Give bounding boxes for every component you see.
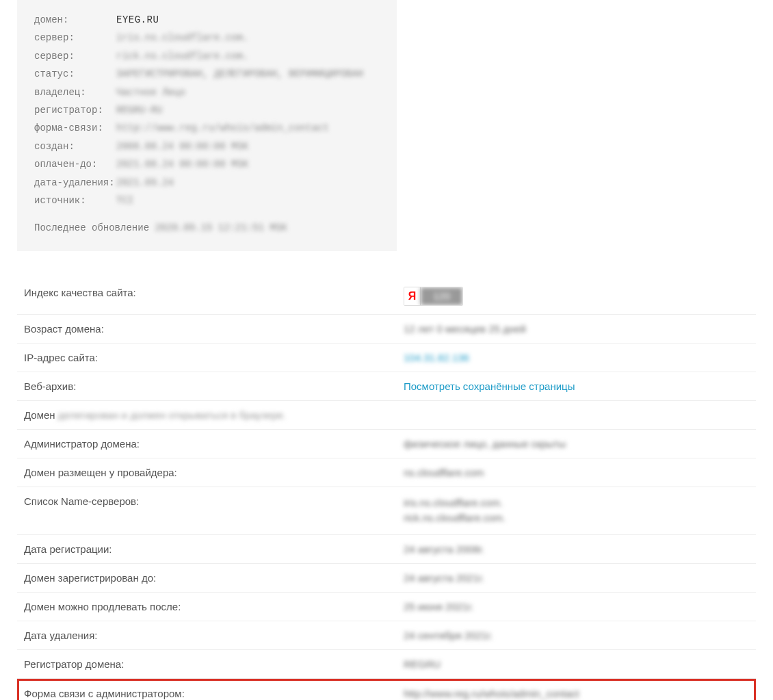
value-reg-until: 24 августа 2021г. — [404, 572, 749, 584]
yandex-score: 120 — [421, 287, 462, 305]
row-quality-index: Индекс качества сайта: Я 120 — [17, 278, 756, 315]
whois-field-value: ЗАРЕГИСТРИРОВАН, ДЕЛЕГИРОВАН, ВЕРИФИЦИРО… — [116, 66, 363, 81]
label-provider: Домен размещен у провайдера: — [24, 467, 404, 478]
value-renewal-after: 25 июня 2021г. — [404, 601, 749, 612]
label-registrar: Регистратор домена: — [24, 658, 404, 670]
whois-field-value: http://www.reg.ru/whois/admin_contact — [116, 120, 329, 135]
label-nameservers: Список Name-серверов: — [24, 495, 404, 507]
whois-field-value: TCI — [116, 193, 133, 208]
whois-footer: Последнее обновление 2020.09.15 12:21:51… — [34, 220, 380, 235]
whois-field-value: Частное Лицо — [116, 85, 185, 100]
whois-field-value: 2021.08.24 00:00:00 MSK — [116, 157, 248, 172]
label-domain-age: Возраст домена: — [24, 323, 404, 335]
whois-field-label: регистратор: — [34, 103, 116, 118]
label-contact-form: Форма связи с администратором: — [24, 688, 404, 699]
whois-field-label: статус: — [34, 66, 116, 81]
whois-field-value: 2008.08.24 00:00:00 MSK — [116, 139, 248, 154]
info-table: Индекс качества сайта: Я 120 Возраст дом… — [17, 278, 756, 700]
whois-field-value: iris.ns.cloudflare.com. — [116, 30, 248, 45]
value-reg-date: 24 августа 2008г. — [404, 543, 749, 555]
whois-footer-date: 2020.09.15 12:21:51 MSK — [155, 222, 287, 233]
whois-field-label: дата-удаления: — [34, 175, 116, 190]
whois-row: дата-удаления:2021.09.24 — [34, 175, 380, 190]
label-domain-status: Домен делегирован и должен открываться в… — [24, 409, 404, 421]
label-quality-index: Индекс качества сайта: — [24, 287, 404, 298]
row-domain-age: Возраст домена: 12 лет 0 месяцев 25 дней — [17, 315, 756, 343]
domain-status-text: делегирован и должен открываться в брауз… — [58, 409, 286, 421]
row-admin: Администратор домена: физическое лицо, д… — [17, 430, 756, 458]
value-quality-index: Я 120 — [404, 287, 749, 306]
whois-field-label: домен: — [34, 12, 116, 27]
value-web-archive[interactable]: Посмотреть сохранённые страницы — [404, 380, 749, 392]
row-registrar: Регистратор домена: REGRU — [17, 650, 756, 679]
whois-field-value: REGRU-RU — [116, 103, 162, 118]
value-delete-date: 24 сентября 2021г. — [404, 630, 749, 641]
label-admin: Администратор домена: — [24, 438, 404, 450]
value-nameservers: iris.ns.cloudflare.com. rick.ns.cloudfla… — [404, 495, 749, 526]
row-provider: Домен размещен у провайдера: ns.cloudfla… — [17, 458, 756, 487]
whois-row: статус:ЗАРЕГИСТРИРОВАН, ДЕЛЕГИРОВАН, ВЕР… — [34, 66, 380, 81]
whois-row: источник:TCI — [34, 193, 380, 208]
value-registrar: REGRU — [404, 658, 749, 670]
whois-field-label: создан: — [34, 139, 116, 154]
whois-row: создан:2008.08.24 00:00:00 MSK — [34, 139, 380, 154]
whois-row: сервер:rick.ns.cloudflare.com. — [34, 49, 380, 64]
whois-row: форма-связи:http://www.reg.ru/whois/admi… — [34, 120, 380, 135]
whois-field-label: источник: — [34, 193, 116, 208]
whois-row: оплачен-до:2021.08.24 00:00:00 MSK — [34, 157, 380, 172]
label-reg-until: Домен зарегистрирован до: — [24, 572, 404, 584]
whois-field-label: сервер: — [34, 30, 116, 45]
label-ip-address: IP-адрес сайта: — [24, 352, 404, 363]
label-web-archive: Веб-архив: — [24, 380, 404, 392]
row-ip-address: IP-адрес сайта: 104.31.82.136 — [17, 343, 756, 372]
value-contact-form[interactable]: http://www.reg.ru/whois/admin_contact — [404, 688, 749, 699]
whois-raw-box: домен:EYEG.RUсервер:iris.ns.cloudflare.c… — [17, 0, 397, 251]
yandex-badge[interactable]: Я 120 — [404, 287, 463, 306]
row-web-archive: Веб-архив: Посмотреть сохранённые страни… — [17, 372, 756, 401]
whois-row: сервер:iris.ns.cloudflare.com. — [34, 30, 380, 45]
row-reg-until: Домен зарегистрирован до: 24 августа 202… — [17, 564, 756, 593]
whois-field-value: EYEG.RU — [116, 12, 159, 27]
whois-field-label: сервер: — [34, 49, 116, 64]
whois-footer-label: Последнее обновление — [34, 222, 149, 233]
label-reg-date: Дата регистрации: — [24, 543, 404, 555]
value-admin: физическое лицо, данные скрыты — [404, 438, 749, 450]
value-ip-address[interactable]: 104.31.82.136 — [404, 352, 749, 363]
row-delete-date: Дата удаления: 24 сентября 2021г. — [17, 621, 756, 650]
row-renewal-after: Домен можно продлевать после: 25 июня 20… — [17, 593, 756, 621]
whois-field-label: форма-связи: — [34, 120, 116, 135]
whois-row: регистратор:REGRU-RU — [34, 103, 380, 118]
label-renewal-after: Домен можно продлевать после: — [24, 601, 404, 612]
yandex-logo-icon: Я — [404, 287, 421, 305]
whois-row: владелец:Частное Лицо — [34, 85, 380, 100]
value-provider: ns.cloudflare.com — [404, 467, 749, 478]
row-domain-status: Домен делегирован и должен открываться в… — [17, 401, 756, 430]
whois-field-label: владелец: — [34, 85, 116, 100]
row-nameservers: Список Name-серверов: iris.ns.cloudflare… — [17, 487, 756, 535]
whois-field-value: 2021.09.24 — [116, 175, 174, 190]
value-domain-age: 12 лет 0 месяцев 25 дней — [404, 323, 749, 335]
whois-field-label: оплачен-до: — [34, 157, 116, 172]
row-reg-date: Дата регистрации: 24 августа 2008г. — [17, 535, 756, 564]
label-delete-date: Дата удаления: — [24, 630, 404, 641]
whois-field-value: rick.ns.cloudflare.com. — [116, 49, 248, 64]
row-contact-form: Форма связи с администратором: http://ww… — [17, 679, 756, 700]
whois-row: домен:EYEG.RU — [34, 12, 380, 27]
